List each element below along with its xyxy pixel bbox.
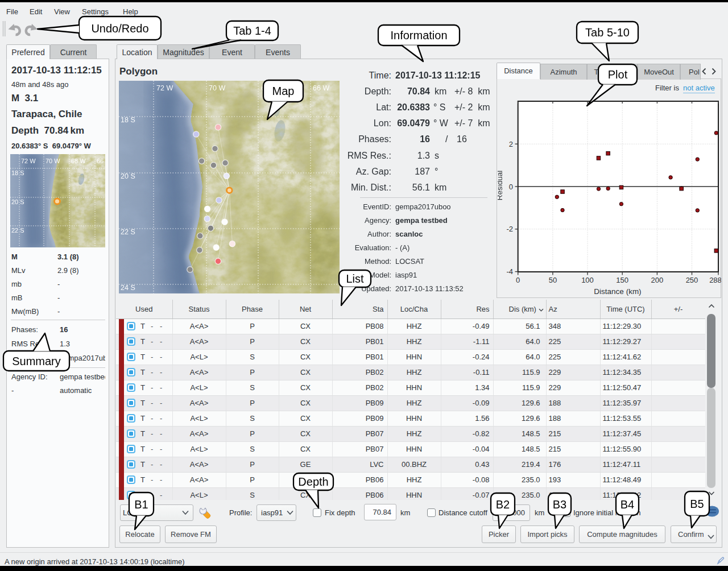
svg-text:Tab 5-10: Tab 5-10	[585, 26, 630, 39]
svg-text:Depth: Depth	[298, 475, 328, 488]
svg-text:B4: B4	[621, 498, 634, 511]
svg-text:List: List	[346, 272, 364, 285]
svg-text:B1: B1	[134, 498, 148, 511]
svg-text:Summary: Summary	[12, 355, 61, 367]
svg-text:B5: B5	[690, 498, 704, 510]
svg-text:B2: B2	[496, 498, 510, 511]
svg-text:Undo/Redo: Undo/Redo	[91, 22, 148, 35]
svg-text:B3: B3	[553, 498, 566, 511]
svg-text:Information: Information	[390, 29, 447, 42]
svg-text:Map: Map	[272, 85, 295, 97]
svg-text:Plot: Plot	[608, 68, 628, 81]
svg-text:Tab 1-4: Tab 1-4	[233, 24, 271, 37]
